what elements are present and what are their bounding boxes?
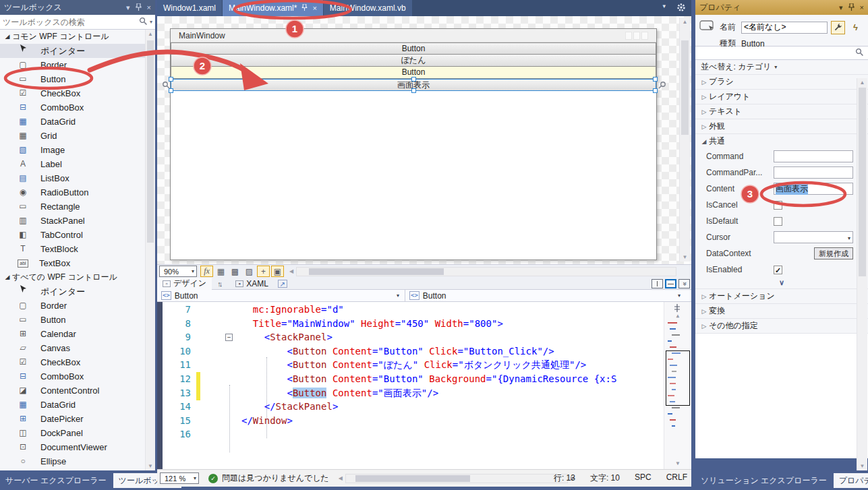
property-checkbox[interactable] xyxy=(774,217,782,226)
selection-handle[interactable] xyxy=(653,77,658,82)
xaml-code-editor[interactable]: ▲ ▼ 7 mc:Ignorable="d"8 Title="MainWindo… xyxy=(157,302,691,469)
bottom-tab-サーバー エクスプローラー[interactable]: サーバー エクスプローラー xyxy=(0,473,112,488)
selection-handle[interactable] xyxy=(411,77,416,82)
snaplines-toggle-icon[interactable]: + xyxy=(257,266,270,277)
search-options-icon[interactable]: ▾ xyxy=(150,19,152,25)
content-value-field[interactable]: 画面表示 xyxy=(774,183,853,195)
property-checkbox[interactable] xyxy=(774,201,782,210)
design-button-画面表示[interactable]: 画面表示 xyxy=(171,79,656,91)
designer-hscrollbar[interactable] xyxy=(296,267,676,276)
toolbox-item-TextBlock[interactable]: TTextBlock xyxy=(0,242,155,256)
properties-scrollbar[interactable]: ▲ ▼ xyxy=(857,78,867,470)
horizontal-split-button[interactable] xyxy=(665,279,676,288)
expand-more-properties[interactable]: ∨ xyxy=(695,278,868,288)
toolbox-section-header[interactable]: ◢すべての WPF コントロール xyxy=(0,270,155,284)
tab-design[interactable]: ▫ デザイン xyxy=(157,278,212,290)
scrollbar-thumb[interactable] xyxy=(147,40,154,243)
category-オートメーション[interactable]: ▷オートメーション xyxy=(695,288,868,303)
designer-zoom-select[interactable]: 90%▾ xyxy=(159,266,197,277)
toolbox-item-CheckBox[interactable]: ☑CheckBox xyxy=(0,86,155,100)
toolbox-section-header[interactable]: ◢コモン WPF コントロール xyxy=(0,30,155,44)
scrollbar-thumb[interactable] xyxy=(355,475,470,482)
scroll-up-icon[interactable]: ▲ xyxy=(146,31,155,37)
close-icon[interactable]: × xyxy=(860,3,864,11)
collapse-pane-button[interactable]: » xyxy=(678,279,690,288)
show-grid-icon[interactable]: ▦ xyxy=(214,266,227,277)
selection-handle[interactable] xyxy=(411,88,416,93)
toolbox-item-Border[interactable]: ▢Border xyxy=(0,58,155,72)
toolbox-item-ContentControl[interactable]: ◪ContentControl xyxy=(0,384,155,398)
scroll-left-icon[interactable]: ◀ xyxy=(339,475,343,481)
window-menu-icon[interactable]: ▾ xyxy=(839,3,843,12)
close-icon[interactable]: × xyxy=(312,5,316,12)
scroll-up-icon[interactable]: ▲ xyxy=(680,19,690,25)
category-その他の指定[interactable]: ▷その他の指定 xyxy=(695,318,868,333)
design-button-Button[interactable]: Button xyxy=(171,42,656,55)
toolbox-item-TextBox[interactable]: ablTextBox xyxy=(0,256,155,270)
toolbox-item-Label[interactable]: ALabel xyxy=(0,157,155,171)
fold-collapse-icon[interactable]: − xyxy=(225,334,233,341)
popout-pane-icon[interactable]: ↗ xyxy=(278,280,287,288)
category-レイアウト[interactable]: ▷レイアウト xyxy=(695,89,868,104)
scroll-up-icon[interactable]: ▲ xyxy=(857,80,867,86)
bottom-tab-ソリューション エクスプローラー[interactable]: ソリューション エクスプローラー xyxy=(695,473,832,488)
scroll-down-icon[interactable]: ▼ xyxy=(146,463,155,469)
sort-by-dropdown[interactable]: 並べ替え: カテゴリ▾ xyxy=(695,60,868,74)
selection-handle[interactable] xyxy=(653,88,658,93)
document-tab-Window1.xaml[interactable]: Window1.xaml xyxy=(157,0,222,16)
toolbox-item-StackPanel[interactable]: ▥StackPanel xyxy=(0,214,155,228)
properties-search-input[interactable] xyxy=(699,48,855,58)
pin-icon[interactable] xyxy=(136,3,142,12)
toolbox-item-Canvas[interactable]: ▱Canvas xyxy=(0,341,155,355)
nav-element-dropdown[interactable]: <> Button ▾ xyxy=(157,290,405,301)
toolbox-item-RadioButton[interactable]: ◉RadioButton xyxy=(0,185,155,200)
scrollbar-thumb[interactable] xyxy=(859,88,866,276)
property-checkbox[interactable]: ✓ xyxy=(774,266,782,274)
toolbox-item-Ellipse[interactable]: ○Ellipse xyxy=(0,454,155,468)
toolbox-item-Image[interactable]: ▧Image xyxy=(0,143,155,157)
bottom-tab-プロパティ[interactable]: プロパティ xyxy=(834,473,868,488)
document-tab-MainWindow.xaml*[interactable]: MainWindow.xaml*× xyxy=(223,0,323,16)
toolbox-scrollbar[interactable]: ▲ ▼ xyxy=(145,30,155,470)
toolbox-item-ComboBox[interactable]: ⊟ComboBox xyxy=(0,369,155,384)
zoom-fit-page-icon[interactable]: ▣ xyxy=(271,266,284,277)
toolbox-search-input[interactable] xyxy=(3,18,139,27)
toolbox-item-Button[interactable]: ▭Button xyxy=(0,313,155,327)
window-menu-icon[interactable]: ▾ xyxy=(126,3,130,12)
document-tab-MainWindow.xaml.vb[interactable]: MainWindow.xaml.vb xyxy=(324,0,412,16)
toolbox-item-DatePicker[interactable]: ⊞DatePicker xyxy=(0,412,155,426)
toolbox-item-TabControl[interactable]: ◧TabControl xyxy=(0,228,155,242)
toolbox-item-DockPanel[interactable]: ◫DockPanel xyxy=(0,426,155,440)
toolbox-item-ポインター[interactable]: ポインター xyxy=(0,44,155,58)
toolbox-item-ListBox[interactable]: ▤ListBox xyxy=(0,171,155,185)
scroll-down-icon[interactable]: ▼ xyxy=(680,254,690,260)
property-dropdown[interactable]: ▾ xyxy=(774,231,853,243)
pin-icon[interactable] xyxy=(848,3,855,12)
scrollbar-thumb[interactable] xyxy=(681,40,689,135)
swap-panes-icon[interactable]: ↑↓ xyxy=(212,280,226,288)
category-外観[interactable]: ▷外観 xyxy=(695,119,868,133)
scroll-left-icon[interactable]: ◀ xyxy=(289,268,293,274)
pin-icon[interactable] xyxy=(301,4,308,12)
close-icon[interactable]: × xyxy=(147,3,151,11)
designer-scrollbar[interactable]: ▲ ▼ xyxy=(679,18,690,262)
toolbox-item-ポインター[interactable]: ポインター xyxy=(0,284,155,299)
effects-toggle-button[interactable]: fx xyxy=(200,266,213,277)
property-value-field[interactable] xyxy=(774,166,853,179)
status-spaces-mode[interactable]: SPC xyxy=(635,472,652,484)
toolbox-item-Button[interactable]: ▭Button xyxy=(0,72,155,86)
design-window[interactable]: MainWindow ButtonぼたんButton画面表示 xyxy=(170,28,657,260)
status-line-ending[interactable]: CRLF xyxy=(666,472,687,484)
snap-to-grid-icon[interactable]: ▩ xyxy=(229,266,241,277)
toolbox-item-CheckBox[interactable]: ☑CheckBox xyxy=(0,355,155,369)
toolbox-item-DataGrid[interactable]: ▦DataGrid xyxy=(0,398,155,412)
properties-mode-icon[interactable] xyxy=(831,21,845,34)
toolbox-item-Grid[interactable]: ▦Grid xyxy=(0,129,155,143)
name-field[interactable] xyxy=(741,22,828,34)
category-ブラシ[interactable]: ▷ブラシ xyxy=(695,74,868,89)
scroll-down-icon[interactable]: ▼ xyxy=(664,460,691,466)
toolbox-item-DataGrid[interactable]: ▦DataGrid xyxy=(0,115,155,129)
design-button-ぼたん[interactable]: ぼたん xyxy=(171,55,656,67)
toolbox-item-Rectangle[interactable]: ▭Rectangle xyxy=(0,200,155,214)
gear-icon[interactable] xyxy=(676,3,686,14)
